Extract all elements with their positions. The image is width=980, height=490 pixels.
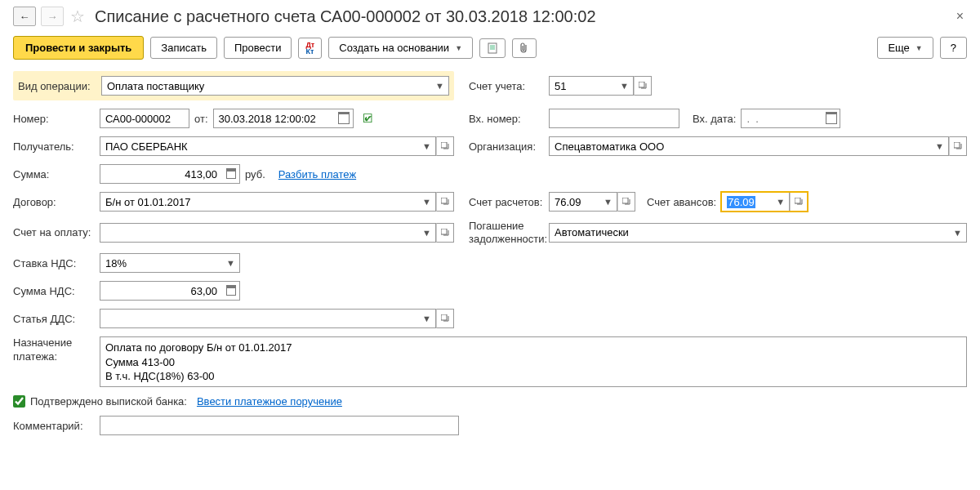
organization-input[interactable] <box>549 136 931 156</box>
vat-rate-label: Ставка НДС: <box>13 257 95 270</box>
advance-account-open[interactable] <box>790 192 808 212</box>
invoice-label: Счет на оплату: <box>13 226 95 238</box>
settlement-account-dropdown[interactable]: ▼ <box>599 192 617 212</box>
invoice-open[interactable] <box>436 223 454 243</box>
incoming-date-input[interactable] <box>741 109 822 128</box>
svg-rect-4 <box>639 82 644 87</box>
payment-purpose-textarea[interactable] <box>100 336 967 387</box>
recipient-label: Получатель: <box>13 140 95 153</box>
post-button[interactable]: Провести <box>224 37 292 59</box>
contract-open[interactable] <box>436 192 454 212</box>
comment-label: Комментарий: <box>13 420 95 432</box>
movements-button[interactable]: ДтКт <box>298 38 322 59</box>
svg-rect-8 <box>622 198 628 203</box>
recipient-dropdown[interactable]: ▼ <box>418 136 436 156</box>
number-label: Номер: <box>13 113 95 125</box>
svg-rect-5 <box>441 142 447 148</box>
debt-repayment-label: Погашение задолженности: <box>469 220 544 245</box>
confirmed-label: Подтверждено выпиской банка: <box>30 395 187 408</box>
open-icon <box>622 198 630 206</box>
sum-label: Сумма: <box>13 168 95 180</box>
status-ok-icon: 🗹 <box>362 112 373 125</box>
organization-open[interactable] <box>949 136 967 156</box>
advance-account-dropdown[interactable]: ▼ <box>772 192 790 212</box>
create-based-on-button[interactable]: Создать на основании ▼ <box>328 37 473 59</box>
organization-label: Организация: <box>469 140 544 153</box>
operation-type-label: Вид операции: <box>18 80 96 92</box>
cashflow-open[interactable] <box>436 309 454 328</box>
arrow-right-icon: → <box>47 11 58 23</box>
sum-calc[interactable] <box>222 164 240 184</box>
report-icon <box>487 42 498 54</box>
organization-dropdown[interactable]: ▼ <box>931 136 949 156</box>
account-dropdown[interactable]: ▼ <box>616 76 634 96</box>
vat-rate-input[interactable] <box>100 253 222 273</box>
favorite-star-icon[interactable]: ☆ <box>69 7 87 25</box>
date-calendar[interactable] <box>336 109 354 128</box>
advance-account-value: 76.09 <box>727 196 755 208</box>
invoice-dropdown[interactable]: ▼ <box>418 223 436 243</box>
contract-dropdown[interactable]: ▼ <box>418 192 436 212</box>
create-based-on-label: Создать на основании <box>339 42 449 54</box>
settlement-account-label: Счет расчетов: <box>469 196 544 208</box>
comment-input[interactable] <box>100 416 459 435</box>
operation-type-dropdown[interactable]: ▼ <box>431 76 449 96</box>
recipient-input[interactable] <box>100 136 418 156</box>
incoming-number-label: Вх. номер: <box>469 113 544 125</box>
incoming-number-input[interactable] <box>549 109 679 128</box>
from-label: от: <box>194 113 208 125</box>
invoice-input[interactable] <box>100 223 418 243</box>
close-button[interactable]: × <box>953 9 967 24</box>
vat-sum-input[interactable] <box>100 281 222 301</box>
operation-type-input[interactable] <box>101 76 431 96</box>
open-icon <box>441 198 449 206</box>
report-button[interactable] <box>479 38 506 58</box>
nav-forward-button: → <box>41 7 64 26</box>
calculator-icon <box>226 168 236 180</box>
open-icon <box>954 142 962 150</box>
post-and-close-button[interactable]: Провести и закрыть <box>13 36 144 60</box>
number-input[interactable] <box>100 109 189 128</box>
vat-sum-calc[interactable] <box>222 281 240 301</box>
svg-rect-0 <box>488 43 497 53</box>
open-icon <box>639 82 647 90</box>
open-icon <box>441 229 449 237</box>
svg-rect-7 <box>441 198 447 203</box>
vat-rate-dropdown[interactable]: ▼ <box>222 253 240 273</box>
nav-back-button[interactable]: ← <box>13 7 36 26</box>
debt-repayment-dropdown[interactable]: ▼ <box>949 223 967 243</box>
svg-rect-6 <box>954 142 960 148</box>
vat-sum-label: Сумма НДС: <box>13 285 95 297</box>
calendar-icon <box>338 112 350 126</box>
settlement-account-input[interactable] <box>549 192 599 212</box>
settlement-account-open[interactable] <box>617 192 635 212</box>
help-button[interactable]: ? <box>940 37 967 59</box>
account-open[interactable] <box>634 76 652 96</box>
open-icon <box>441 314 449 323</box>
paperclip-icon <box>519 42 529 54</box>
page-title: Списание с расчетного счета СА00-000002 … <box>95 7 596 26</box>
debt-repayment-input[interactable] <box>549 223 949 243</box>
incoming-date-label: Вх. дата: <box>693 113 736 125</box>
attach-button[interactable] <box>512 38 537 58</box>
cashflow-dropdown[interactable]: ▼ <box>418 309 436 328</box>
more-button[interactable]: Еще ▼ <box>877 37 933 59</box>
sum-input[interactable] <box>100 164 222 184</box>
arrow-left-icon: ← <box>20 11 30 23</box>
payment-purpose-label: Назначение платежа: <box>13 336 95 364</box>
svg-rect-9 <box>795 198 800 203</box>
contract-input[interactable] <box>100 192 418 212</box>
advance-account-input[interactable]: 76.09 <box>721 192 772 212</box>
confirmed-checkbox[interactable] <box>13 395 25 408</box>
save-button[interactable]: Записать <box>150 37 217 59</box>
incoming-date-calendar[interactable] <box>822 109 840 128</box>
enter-payment-order-link[interactable]: Ввести платежное поручение <box>197 395 342 408</box>
split-payment-link[interactable]: Разбить платеж <box>278 168 356 180</box>
cashflow-label: Статья ДДС: <box>13 313 95 325</box>
advance-account-label: Счет авансов: <box>647 196 716 208</box>
recipient-open[interactable] <box>436 136 454 156</box>
account-input[interactable] <box>549 76 616 96</box>
cashflow-input[interactable] <box>100 309 418 328</box>
date-input[interactable] <box>213 109 336 128</box>
svg-rect-10 <box>441 229 447 234</box>
